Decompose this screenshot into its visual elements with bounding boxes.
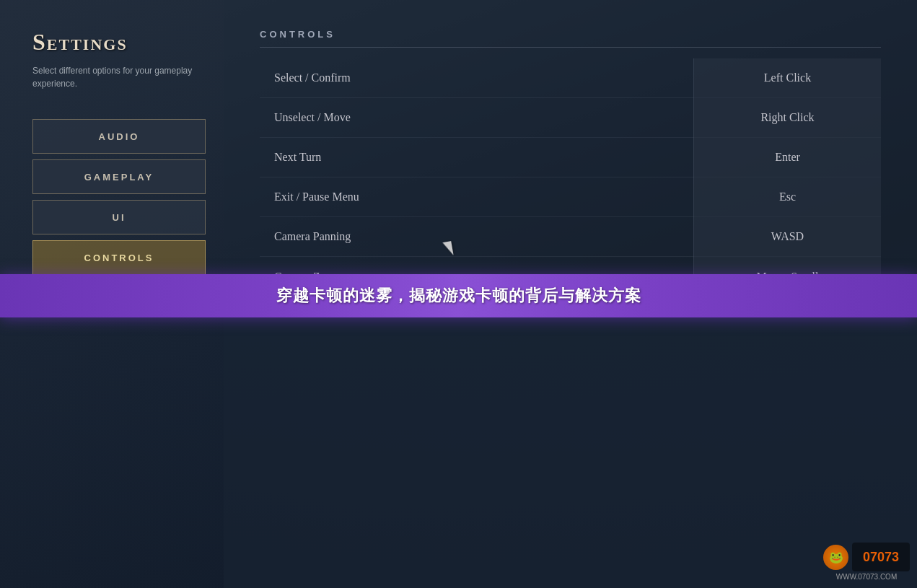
key-label: Esc (693, 177, 881, 217)
page-title: Settings (32, 29, 202, 56)
action-label: Next Turn (260, 151, 693, 164)
table-row: Exit / Pause Menu Esc (260, 177, 881, 217)
watermark-url: WWW.07073.COM (836, 573, 897, 581)
watermark-logo: 07073 (852, 543, 910, 571)
key-label: Enter (693, 138, 881, 177)
frog-emoji: 🐸 (829, 550, 843, 564)
nav-ui-button[interactable]: UI (32, 200, 206, 234)
action-label: Exit / Pause Menu (260, 190, 693, 203)
table-row: Camera Panning WASD (260, 217, 881, 257)
action-label: Unselect / Move (260, 111, 693, 124)
banner-text: 穿越卡顿的迷雾，揭秘游戏卡顿的背后与解决方案 (276, 285, 641, 307)
key-label: Left Click (693, 58, 881, 98)
section-title: CONTROLS (260, 29, 881, 48)
key-label: Right Click (693, 98, 881, 138)
key-label: WASD (693, 217, 881, 257)
table-row: Next Turn Enter (260, 138, 881, 177)
nav-controls-button[interactable]: CONTROLS (32, 240, 206, 275)
table-row: Unselect / Move Right Click (260, 98, 881, 138)
banner-overlay: 穿越卡顿的迷雾，揭秘游戏卡顿的背后与解决方案 (0, 274, 917, 317)
nav-audio-button[interactable]: AUDIO (32, 119, 206, 154)
controls-table: Select / Confirm Left Click Unselect / M… (260, 58, 881, 297)
nav-gameplay-button[interactable]: GAMEPLAY (32, 159, 206, 194)
page-subtitle: Select different options for your gamepl… (32, 64, 202, 90)
action-label: Camera Panning (260, 230, 693, 243)
action-label: Select / Confirm (260, 71, 693, 84)
watermark-icon: 🐸 (823, 545, 848, 570)
nav-menu: AUDIO GAMEPLAY UI CONTROLS (32, 119, 202, 275)
watermark: 🐸 07073 WWW.07073.COM (823, 543, 910, 581)
table-row: Select / Confirm Left Click (260, 58, 881, 98)
